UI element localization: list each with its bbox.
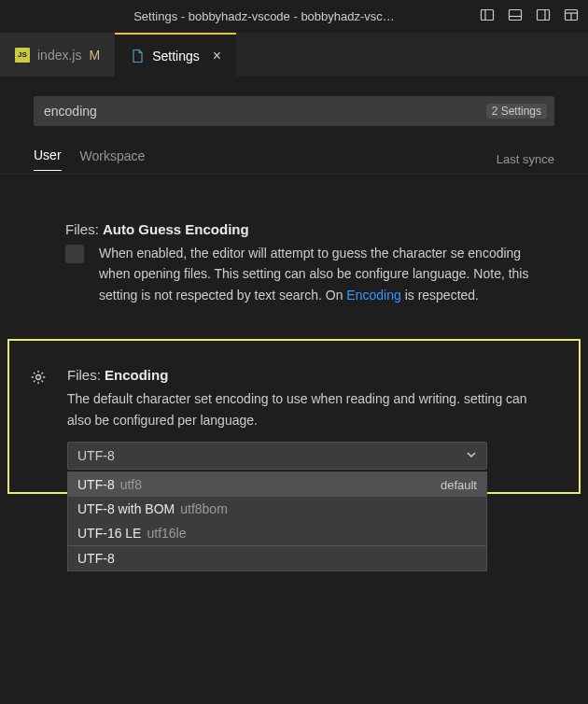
encoding-option-utf16le[interactable]: UTF-16 LE utf16le — [68, 521, 486, 545]
scope-tab-user[interactable]: User — [34, 148, 62, 171]
panel-right-icon[interactable] — [536, 7, 551, 25]
settings-search-count: 2 Settings — [486, 104, 547, 119]
setting-encoding: Files: Encoding The default character se… — [7, 339, 581, 494]
settings-file-icon — [130, 49, 145, 63]
encoding-filter-row[interactable]: UTF-8 — [68, 546, 486, 570]
layout-icon[interactable] — [564, 7, 579, 25]
panel-left-icon[interactable] — [480, 7, 495, 25]
svg-rect-0 — [482, 10, 494, 21]
tab-label: index.js — [37, 48, 81, 63]
scope-tab-workspace[interactable]: Workspace — [80, 148, 146, 171]
svg-point-9 — [36, 375, 41, 380]
svg-rect-4 — [538, 10, 550, 21]
encoding-select-wrap: UTF-8 UTF-8 utf8 default UTF-8 with BOM … — [67, 442, 487, 470]
encoding-option-utf8bom[interactable]: UTF-8 with BOM utf8bom — [68, 497, 486, 521]
encoding-select-value: UTF-8 — [77, 448, 115, 463]
settings-list: Files: Auto Guess Encoding When enabled,… — [0, 175, 588, 494]
settings-search-input[interactable] — [34, 96, 554, 126]
settings-search-row: 2 Settings — [34, 96, 554, 126]
chevron-down-icon — [466, 448, 477, 463]
encoding-dropdown: UTF-8 utf8 default UTF-8 with BOM utf8bo… — [67, 472, 487, 571]
panel-bottom-icon[interactable] — [508, 7, 523, 25]
settings-body: 2 Settings User Workspace Last synce Fil… — [0, 77, 588, 494]
window-title: Settings - bobbyhadz-vscode - bobbyhadz-… — [9, 9, 472, 23]
setting-title: Files: Auto Guess Encoding — [65, 221, 554, 237]
tab-index-js[interactable]: JS index.js M — [0, 33, 115, 77]
svg-rect-2 — [510, 10, 522, 21]
encoding-option-utf8[interactable]: UTF-8 utf8 default — [68, 472, 486, 497]
gear-icon[interactable] — [30, 369, 47, 388]
close-icon[interactable]: × — [213, 49, 221, 63]
last-synced-text: Last synce — [497, 152, 554, 166]
editor-tabs: JS index.js M Settings × — [0, 33, 588, 77]
js-file-icon: JS — [15, 48, 30, 63]
setting-title: Files: Encoding — [67, 367, 553, 383]
encoding-select[interactable]: UTF-8 — [67, 442, 487, 470]
auto-guess-checkbox[interactable] — [65, 245, 84, 263]
title-bar-actions — [480, 7, 579, 25]
setting-description: When enabled, the editor will attempt to… — [99, 243, 554, 305]
tab-settings[interactable]: Settings × — [115, 33, 236, 77]
setting-auto-guess-encoding: Files: Auto Guess Encoding When enabled,… — [0, 212, 588, 339]
setting-description: The default character set encoding to us… — [67, 388, 553, 430]
title-bar: Settings - bobbyhadz-vscode - bobbyhadz-… — [0, 0, 588, 33]
settings-scope-tabs: User Workspace Last synce — [0, 145, 588, 175]
encoding-link[interactable]: Encoding — [346, 288, 400, 303]
tab-label: Settings — [152, 49, 200, 63]
modified-indicator: M — [89, 48, 100, 63]
